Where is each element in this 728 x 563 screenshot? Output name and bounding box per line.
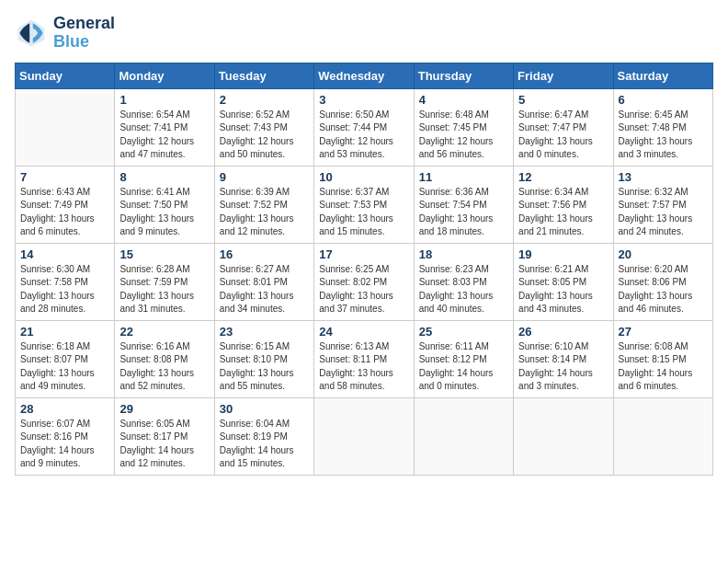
header-thursday: Thursday <box>414 63 513 88</box>
table-row: 29Sunrise: 6:05 AMSunset: 8:17 PMDayligh… <box>115 397 214 475</box>
day-info: Sunrise: 6:25 AMSunset: 8:02 PMDaylight:… <box>319 263 408 316</box>
day-number: 17 <box>319 247 408 261</box>
day-info: Sunrise: 6:20 AMSunset: 8:06 PMDaylight:… <box>619 263 708 316</box>
day-number: 23 <box>220 325 309 339</box>
table-row: 22Sunrise: 6:16 AMSunset: 8:08 PMDayligh… <box>115 320 214 397</box>
page-header: General Blue <box>15 15 713 52</box>
day-number: 24 <box>319 325 408 339</box>
day-info: Sunrise: 6:52 AMSunset: 7:43 PMDaylight:… <box>220 109 309 162</box>
day-info: Sunrise: 6:37 AMSunset: 7:53 PMDaylight:… <box>319 186 408 239</box>
table-row: 6Sunrise: 6:45 AMSunset: 7:48 PMDaylight… <box>613 88 712 166</box>
day-info: Sunrise: 6:13 AMSunset: 8:11 PMDaylight:… <box>319 340 408 394</box>
day-number: 1 <box>119 93 209 107</box>
day-number: 18 <box>419 247 508 261</box>
table-row <box>414 397 513 475</box>
table-row: 15Sunrise: 6:28 AMSunset: 7:59 PMDayligh… <box>115 243 214 320</box>
day-number: 16 <box>220 247 309 261</box>
table-row: 1Sunrise: 6:54 AMSunset: 7:41 PMDaylight… <box>115 88 214 166</box>
table-row: 13Sunrise: 6:32 AMSunset: 7:57 PMDayligh… <box>613 166 712 243</box>
calendar-week-row: 14Sunrise: 6:30 AMSunset: 7:58 PMDayligh… <box>16 243 713 320</box>
table-row: 18Sunrise: 6:23 AMSunset: 8:03 PMDayligh… <box>414 243 513 320</box>
calendar-header-row: Sunday Monday Tuesday Wednesday Thursday… <box>16 63 713 88</box>
day-info: Sunrise: 6:47 AMSunset: 7:47 PMDaylight:… <box>518 109 608 162</box>
table-row: 17Sunrise: 6:25 AMSunset: 8:02 PMDayligh… <box>314 243 414 320</box>
day-number: 8 <box>119 170 209 184</box>
logo-text-general: General <box>53 15 115 33</box>
day-number: 12 <box>518 170 608 184</box>
day-info: Sunrise: 6:15 AMSunset: 8:10 PMDaylight:… <box>220 340 309 394</box>
table-row: 4Sunrise: 6:48 AMSunset: 7:45 PMDaylight… <box>414 88 513 166</box>
day-info: Sunrise: 6:32 AMSunset: 7:57 PMDaylight:… <box>619 186 708 239</box>
day-number: 28 <box>20 402 109 416</box>
table-row: 2Sunrise: 6:52 AMSunset: 7:43 PMDaylight… <box>214 88 313 166</box>
day-info: Sunrise: 6:34 AMSunset: 7:56 PMDaylight:… <box>518 186 608 239</box>
day-info: Sunrise: 6:07 AMSunset: 8:16 PMDaylight:… <box>20 418 109 471</box>
calendar-week-row: 7Sunrise: 6:43 AMSunset: 7:49 PMDaylight… <box>16 166 713 243</box>
table-row: 7Sunrise: 6:43 AMSunset: 7:49 PMDaylight… <box>16 166 115 243</box>
day-info: Sunrise: 6:10 AMSunset: 8:14 PMDaylight:… <box>518 340 608 394</box>
header-friday: Friday <box>514 63 613 88</box>
table-row: 12Sunrise: 6:34 AMSunset: 7:56 PMDayligh… <box>514 166 613 243</box>
table-row: 8Sunrise: 6:41 AMSunset: 7:50 PMDaylight… <box>115 166 214 243</box>
day-number: 13 <box>619 170 708 184</box>
table-row <box>16 88 115 166</box>
table-row: 21Sunrise: 6:18 AMSunset: 8:07 PMDayligh… <box>16 320 115 397</box>
calendar-table: Sunday Monday Tuesday Wednesday Thursday… <box>15 63 713 476</box>
day-number: 7 <box>20 170 109 184</box>
day-info: Sunrise: 6:08 AMSunset: 8:15 PMDaylight:… <box>619 340 708 394</box>
table-row: 30Sunrise: 6:04 AMSunset: 8:19 PMDayligh… <box>214 397 313 475</box>
day-number: 20 <box>619 247 708 261</box>
day-info: Sunrise: 6:50 AMSunset: 7:44 PMDaylight:… <box>319 109 408 162</box>
header-saturday: Saturday <box>613 63 712 88</box>
day-number: 29 <box>119 402 209 416</box>
table-row: 3Sunrise: 6:50 AMSunset: 7:44 PMDaylight… <box>314 88 414 166</box>
calendar-week-row: 1Sunrise: 6:54 AMSunset: 7:41 PMDaylight… <box>16 88 713 166</box>
logo-text-blue: Blue <box>53 33 115 52</box>
logo-icon <box>15 17 48 50</box>
table-row: 11Sunrise: 6:36 AMSunset: 7:54 PMDayligh… <box>414 166 513 243</box>
day-number: 2 <box>220 93 309 107</box>
table-row: 16Sunrise: 6:27 AMSunset: 8:01 PMDayligh… <box>214 243 313 320</box>
day-number: 14 <box>20 247 109 261</box>
day-info: Sunrise: 6:28 AMSunset: 7:59 PMDaylight:… <box>119 263 209 316</box>
table-row: 24Sunrise: 6:13 AMSunset: 8:11 PMDayligh… <box>314 320 414 397</box>
day-info: Sunrise: 6:48 AMSunset: 7:45 PMDaylight:… <box>419 109 508 162</box>
table-row: 23Sunrise: 6:15 AMSunset: 8:10 PMDayligh… <box>214 320 313 397</box>
day-info: Sunrise: 6:04 AMSunset: 8:19 PMDaylight:… <box>220 418 309 471</box>
table-row: 14Sunrise: 6:30 AMSunset: 7:58 PMDayligh… <box>16 243 115 320</box>
day-info: Sunrise: 6:11 AMSunset: 8:12 PMDaylight:… <box>419 340 508 394</box>
day-number: 5 <box>518 93 608 107</box>
table-row: 20Sunrise: 6:20 AMSunset: 8:06 PMDayligh… <box>613 243 712 320</box>
day-info: Sunrise: 6:27 AMSunset: 8:01 PMDaylight:… <box>220 263 309 316</box>
day-info: Sunrise: 6:41 AMSunset: 7:50 PMDaylight:… <box>119 186 209 239</box>
table-row <box>314 397 414 475</box>
day-info: Sunrise: 6:54 AMSunset: 7:41 PMDaylight:… <box>119 109 209 162</box>
day-number: 11 <box>419 170 508 184</box>
table-row: 26Sunrise: 6:10 AMSunset: 8:14 PMDayligh… <box>514 320 613 397</box>
table-row: 9Sunrise: 6:39 AMSunset: 7:52 PMDaylight… <box>214 166 313 243</box>
header-tuesday: Tuesday <box>214 63 313 88</box>
day-info: Sunrise: 6:30 AMSunset: 7:58 PMDaylight:… <box>20 263 109 316</box>
day-info: Sunrise: 6:16 AMSunset: 8:08 PMDaylight:… <box>119 340 209 394</box>
day-info: Sunrise: 6:45 AMSunset: 7:48 PMDaylight:… <box>619 109 708 162</box>
logo: General Blue <box>15 15 115 52</box>
table-row <box>514 397 613 475</box>
day-info: Sunrise: 6:36 AMSunset: 7:54 PMDaylight:… <box>419 186 508 239</box>
table-row <box>613 397 712 475</box>
day-number: 15 <box>119 247 209 261</box>
table-row: 19Sunrise: 6:21 AMSunset: 8:05 PMDayligh… <box>514 243 613 320</box>
table-row: 5Sunrise: 6:47 AMSunset: 7:47 PMDaylight… <box>514 88 613 166</box>
header-wednesday: Wednesday <box>314 63 414 88</box>
day-number: 9 <box>220 170 309 184</box>
day-number: 10 <box>319 170 408 184</box>
table-row: 28Sunrise: 6:07 AMSunset: 8:16 PMDayligh… <box>16 397 115 475</box>
table-row: 10Sunrise: 6:37 AMSunset: 7:53 PMDayligh… <box>314 166 414 243</box>
day-number: 4 <box>419 93 508 107</box>
calendar-week-row: 21Sunrise: 6:18 AMSunset: 8:07 PMDayligh… <box>16 320 713 397</box>
day-info: Sunrise: 6:39 AMSunset: 7:52 PMDaylight:… <box>220 186 309 239</box>
day-info: Sunrise: 6:21 AMSunset: 8:05 PMDaylight:… <box>518 263 608 316</box>
header-sunday: Sunday <box>16 63 115 88</box>
day-info: Sunrise: 6:05 AMSunset: 8:17 PMDaylight:… <box>119 418 209 471</box>
table-row: 27Sunrise: 6:08 AMSunset: 8:15 PMDayligh… <box>613 320 712 397</box>
day-number: 30 <box>220 402 309 416</box>
